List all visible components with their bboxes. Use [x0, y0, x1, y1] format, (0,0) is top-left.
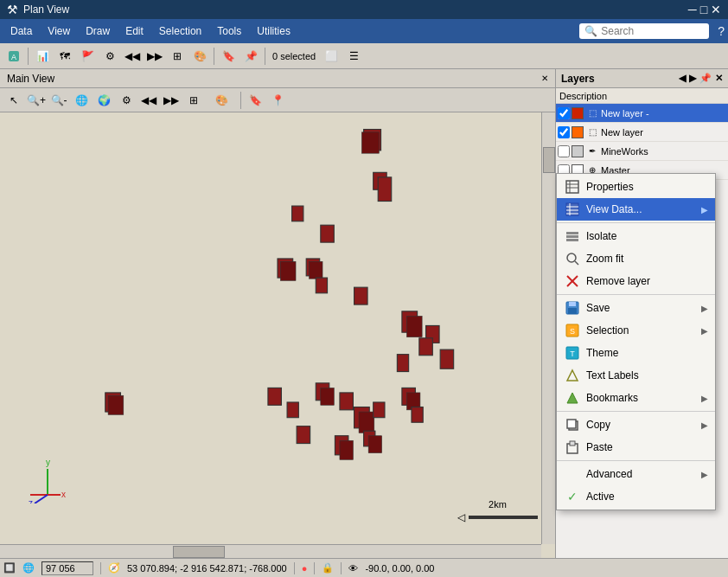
layers-header: Layers ◀ ▶ 📌 ✕	[556, 69, 728, 88]
ctx-properties-label: Properties	[586, 181, 708, 193]
ctx-remove-layer[interactable]: Remove layer	[557, 270, 715, 292]
search-input[interactable]	[601, 25, 705, 37]
ctx-advanced[interactable]: Advanced ▶	[557, 463, 715, 485]
svg-rect-3	[361, 132, 379, 153]
map-btn-settings[interactable]: ⚙	[116, 90, 137, 111]
ctx-view-data[interactable]: View Data... ▶	[557, 198, 715, 221]
layer-color-1	[572, 126, 584, 138]
mainview-title: Main View	[7, 73, 54, 85]
map-btn-palette[interactable]: 🎨	[206, 90, 237, 111]
ctx-active[interactable]: ✓ Active	[557, 485, 715, 508]
layer-row-0[interactable]: ⬚ New layer -	[556, 104, 728, 123]
ctx-text-labels-label: Text Labels	[586, 369, 708, 381]
map-btn-grid2[interactable]: ⊞	[183, 90, 204, 111]
toolbar-btn-arrow-l[interactable]: ◀◀	[122, 46, 143, 67]
ctx-zoom-fit[interactable]: Zoom fit	[557, 247, 715, 270]
layers-btn-pin[interactable]: 📌	[699, 73, 712, 84]
ctx-paste[interactable]: Paste	[557, 436, 715, 458]
properties-icon	[564, 178, 581, 196]
ctx-zoom-fit-label: Zoom fit	[586, 253, 708, 265]
layer-color-0	[572, 107, 584, 119]
layer-row-1[interactable]: ⬚ New layer	[556, 123, 728, 142]
ctx-copy[interactable]: Copy ▶	[557, 414, 715, 436]
toolbar-btn-flag[interactable]: 🚩	[77, 46, 98, 67]
layers-btn-back[interactable]: ◀	[679, 73, 686, 84]
svg-text:z: z	[29, 498, 33, 503]
search-box[interactable]: 🔍	[579, 23, 709, 39]
hscroll-thumb[interactable]	[173, 546, 225, 558]
toolbar-btn-data[interactable]: 📊	[32, 46, 53, 67]
menu-bar: Data View Draw Edit Selection Tools Util…	[0, 19, 728, 43]
layer-row-2[interactable]: ✒ MineWorks	[556, 142, 728, 161]
zoom-display[interactable]: 97 056	[42, 561, 93, 575]
svg-rect-17	[419, 338, 432, 356]
map-btn-globe[interactable]: 🌐	[71, 90, 92, 111]
layers-btn-close[interactable]: ✕	[715, 73, 723, 84]
map-btn-bookmark2[interactable]: 🔖	[245, 90, 265, 111]
menu-tools[interactable]: Tools	[210, 22, 248, 40]
map-btn-zoom-out[interactable]: 🔍-	[48, 90, 69, 111]
menu-selection[interactable]: Selection	[152, 22, 208, 40]
copy-icon	[564, 416, 581, 433]
map-btn-zoom-in[interactable]: 🔍+	[26, 90, 47, 111]
toolbar-btn-list[interactable]: ☰	[343, 46, 364, 67]
ctx-isolate[interactable]: Isolate	[557, 225, 715, 247]
ctx-advanced-label: Advanced	[586, 468, 701, 480]
ctx-save[interactable]: Save ▶	[557, 297, 715, 319]
map-btn-prev[interactable]: ◀◀	[138, 90, 159, 111]
map-btn-select[interactable]: ↖	[3, 90, 24, 111]
ctx-bookmarks[interactable]: Bookmarks ▶	[557, 387, 715, 409]
toolbar-btn-arrow-r[interactable]: ▶▶	[144, 46, 165, 67]
ctx-selection-label: Selection	[586, 324, 701, 337]
toolbar-btn-grid[interactable]: ⊞	[167, 46, 188, 67]
ctx-text-labels[interactable]: Text Labels	[557, 364, 715, 387]
layer-color-2	[572, 145, 584, 157]
svg-rect-23	[287, 402, 298, 418]
ctx-copy-label: Copy	[586, 419, 701, 431]
app-icon: ⚒	[7, 3, 18, 16]
layer-check-2[interactable]	[558, 145, 570, 157]
toolbar-btn-home[interactable]: A	[3, 46, 24, 67]
menu-utilities[interactable]: Utilities	[250, 22, 297, 40]
vscroll-thumb[interactable]	[543, 147, 555, 173]
svg-rect-9	[280, 261, 296, 280]
eye-icon: 👁	[348, 563, 358, 574]
ctx-selection[interactable]: S Selection ▶	[557, 319, 715, 342]
map-btn-globe2[interactable]: 🌍	[93, 90, 114, 111]
scale-line-left: ◁	[457, 511, 465, 523]
toolbar-btn-bookmark[interactable]: 🔖	[218, 46, 239, 67]
window-controls[interactable]: ─ □ ✕	[688, 3, 721, 16]
toolbar-btn-color[interactable]: 🎨	[189, 46, 210, 67]
map-vscroll[interactable]	[541, 112, 555, 544]
svg-rect-18	[440, 349, 453, 369]
help-icon[interactable]: ?	[718, 24, 725, 38]
map-view-close[interactable]: ✕	[541, 74, 548, 83]
menu-data[interactable]: Data	[3, 22, 39, 40]
toolbar-btn-export[interactable]: ⬜	[321, 46, 342, 67]
map-hscroll[interactable]	[0, 544, 541, 558]
toolbar-btn-pin[interactable]: 📌	[240, 46, 261, 67]
selection-icon: S	[564, 322, 581, 339]
menu-draw[interactable]: Draw	[79, 22, 117, 40]
map-btn-pin2[interactable]: 📍	[267, 90, 288, 111]
ctx-properties[interactable]: Properties	[557, 176, 715, 198]
menu-view[interactable]: View	[41, 22, 77, 40]
map-canvas[interactable]: y x z 2km ◁	[0, 112, 555, 558]
ctx-theme[interactable]: T Theme	[557, 342, 715, 364]
toolbar-btn-map[interactable]: 🗺	[54, 46, 75, 67]
status-sep-2	[294, 562, 295, 574]
toolbar-btn-gear[interactable]: ⚙	[99, 46, 120, 67]
coordinates-text: 53 070.894; -2 916 542.871; -768.000	[127, 563, 287, 574]
svg-marker-67	[567, 370, 578, 381]
status-sep-4	[341, 562, 342, 574]
svg-rect-29	[374, 402, 385, 418]
layer-check-0[interactable]	[558, 107, 570, 119]
layers-btn-forward[interactable]: ▶	[689, 73, 696, 84]
ctx-bookmarks-label: Bookmarks	[586, 392, 701, 404]
layer-name-2: MineWorks	[601, 146, 726, 157]
angle-text: -90.0, 0.00, 0.00	[365, 563, 434, 574]
menu-edit[interactable]: Edit	[118, 22, 150, 40]
layer-check-1[interactable]	[558, 126, 570, 138]
map-btn-next[interactable]: ▶▶	[161, 90, 182, 111]
ctx-save-arrow: ▶	[701, 304, 708, 313]
